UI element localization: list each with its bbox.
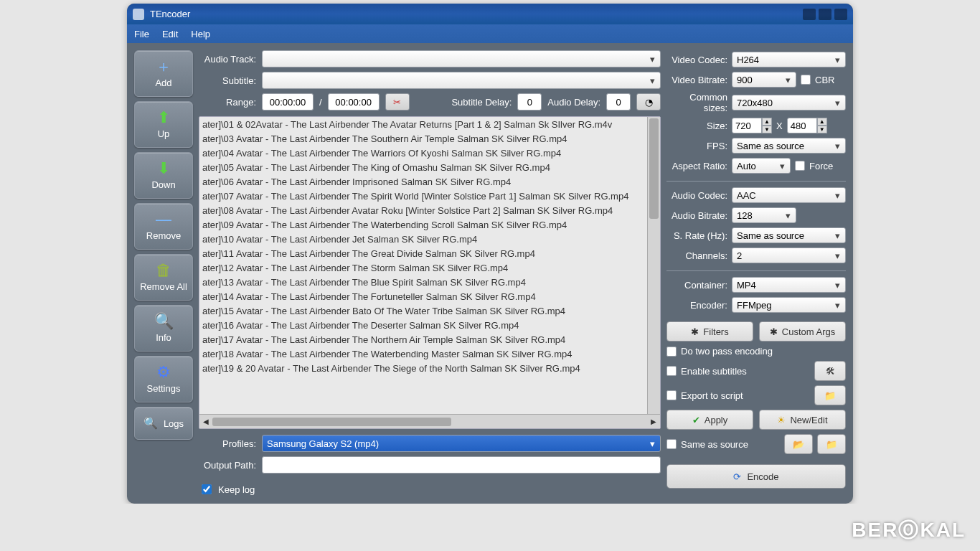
menu-edit[interactable]: Edit [162,29,178,39]
add-button[interactable]: ＋Add [134,50,193,97]
menu-help[interactable]: Help [191,29,210,39]
export-script-checkbox[interactable]: Export to script [666,390,810,401]
common-sizes-dropdown[interactable]: 720x480▾ [732,95,846,110]
new-edit-button[interactable]: ☀New/Edit [759,410,846,430]
preview-button[interactable]: ◔ [636,93,661,110]
audio-codec-dropdown[interactable]: AAC▾ [732,187,846,203]
list-item[interactable]: ater]\11 Avatar - The Last Airbender The… [199,246,646,260]
aspect-ratio-dropdown[interactable]: Auto▾ [732,158,791,174]
list-item[interactable]: ater]\14 Avatar - The Last Airbender The… [199,289,646,303]
cbr-checkbox[interactable]: CBR [801,75,834,85]
list-item[interactable]: ater]\15 Avatar - The Last Airbender Bat… [199,303,646,318]
profiles-dropdown[interactable]: Samsung Galaxy S2 (mp4)▾ [262,435,661,452]
menu-file[interactable]: File [134,29,149,39]
audio-delay-label: Audio Delay: [547,97,600,108]
list-item[interactable]: ater]\08 Avatar - The Last Airbender Ava… [199,203,646,217]
channels-dropdown[interactable]: 2▾ [732,248,846,263]
remove-all-button[interactable]: 🗑Remove All [134,254,193,301]
up-button[interactable]: ⬆Up [134,101,193,148]
log-icon: 🔍 [143,418,158,429]
list-item[interactable]: ater]\06 Avatar - The Last Airbender Imp… [199,174,646,189]
maximize-button[interactable] [819,9,831,20]
tools-button[interactable]: 🛠 [814,361,846,381]
top-rows: Audio Track: ▾ Subtitle: ▾ Range: / ✂ Su… [199,50,661,110]
list-item[interactable]: ater]\04 Avatar - The Last Airbender The… [199,146,646,160]
range-end-input[interactable] [328,93,380,110]
info-button[interactable]: 🔍Info [134,305,193,352]
list-item[interactable]: ater]\09 Avatar - The Last Airbender The… [199,217,646,232]
file-list[interactable]: ater]\01 & 02Avatar - The Last Airbender… [199,116,661,429]
down-button[interactable]: ⬇Down [134,152,193,199]
audio-bitrate-dropdown[interactable]: 128▾ [732,207,796,223]
list-item[interactable]: ater]\01 & 02Avatar - The Last Airbender… [199,117,646,131]
separator [666,181,846,182]
minimize-button[interactable] [803,9,816,20]
video-codec-dropdown[interactable]: H264▾ [732,52,846,67]
output-path-input[interactable] [262,456,661,474]
spin-up-icon[interactable]: ▲ [817,118,827,126]
menubar: File Edit Help [127,24,853,43]
scroll-left-icon[interactable]: ◀ [199,418,212,425]
custom-args-button[interactable]: ✱Custom Args [759,321,846,342]
folder-button[interactable]: 📁 [814,385,846,405]
list-item[interactable]: ater]\10 Avatar - The Last Airbender Jet… [199,232,646,246]
spin-down-icon[interactable]: ▼ [762,126,772,133]
check-icon: ✔ [692,415,700,425]
audio-track-label: Audio Track: [199,54,256,65]
list-item[interactable]: ater]\18 Avatar - The Last Airbender The… [199,347,646,361]
chevron-down-icon: ▾ [644,54,660,65]
remove-button[interactable]: —Remove [134,203,193,250]
container-dropdown[interactable]: MP4▾ [732,277,846,293]
subtitle-delay-label: Subtitle Delay: [451,97,512,108]
filters-button[interactable]: ✱Filters [666,321,753,342]
fps-dropdown[interactable]: Same as source▾ [732,138,846,154]
enable-subtitles-checkbox[interactable]: Enable subtitles [666,366,810,377]
keep-log-checkbox[interactable]: Keep log [199,482,255,496]
video-bitrate-dropdown[interactable]: 900▾ [732,72,796,88]
folder-icon: 📁 [826,439,837,450]
scrollbar-thumb[interactable] [212,418,451,426]
audio-track-dropdown[interactable]: ▾ [262,50,661,67]
subtitle-delay-input[interactable] [517,93,542,110]
close-button[interactable] [834,9,847,20]
sample-rate-dropdown[interactable]: Same as source▾ [732,227,846,243]
list-item[interactable]: ater]\17 Avatar - The Last Airbender The… [199,332,646,347]
logs-button[interactable]: 🔍Logs [134,407,193,440]
titlebar[interactable]: TEncoder [127,4,853,24]
settings-button[interactable]: ⚙Settings [134,356,193,402]
spin-up-icon[interactable]: ▲ [762,118,772,126]
same-as-source-checkbox[interactable]: Same as source [666,439,780,450]
chevron-down-icon: ▾ [829,190,845,201]
force-checkbox[interactable]: Force [795,161,833,171]
content: ＋Add ⬆Up ⬇Down —Remove 🗑Remove All 🔍Info… [127,43,853,504]
app-icon [133,9,144,20]
list-item[interactable]: ater]\05 Avatar - The Last Airbender The… [199,160,646,174]
list-item[interactable]: ater]\12 Avatar - The Last Airbender The… [199,260,646,275]
width-spinner[interactable]: 720▲▼ [732,118,772,133]
list-item[interactable]: ater]\19 & 20 Avatar - The Last Airbende… [199,361,646,375]
list-item[interactable]: ater]\07 Avatar - The Last Airbender The… [199,189,646,203]
list-item[interactable]: ater]\03 Avatar - The Last Airbender The… [199,131,646,146]
list-item[interactable]: ater]\13 Avatar - The Last Airbender The… [199,275,646,289]
horizontal-scrollbar[interactable]: ◀ ▶ [199,414,660,428]
cut-button[interactable]: ✂ [385,93,410,110]
separator [666,270,846,271]
scroll-right-icon[interactable]: ▶ [647,418,660,425]
browse-button[interactable]: 📂 [784,434,813,454]
spin-down-icon[interactable]: ▼ [817,126,827,133]
height-spinner[interactable]: 480▲▼ [787,118,827,133]
scrollbar-thumb[interactable] [649,118,659,219]
two-pass-checkbox[interactable]: Do two pass encoding [666,346,846,357]
audio-delay-input[interactable] [606,93,631,110]
subtitle-dropdown[interactable]: ▾ [262,72,661,89]
range-start-input[interactable] [262,93,314,110]
right-panel: Video Codec:H264▾ Video Bitrate:900▾CBR … [666,50,846,496]
arrow-up-icon: ⬆ [157,110,170,126]
list-item[interactable]: ater]\16 Avatar - The Last Airbender The… [199,318,646,332]
apply-button[interactable]: ✔Apply [666,410,753,430]
folder-icon: 📁 [824,390,836,401]
vertical-scrollbar[interactable] [647,117,660,414]
encode-button[interactable]: ⟳Encode [666,464,846,489]
open-folder-button[interactable]: 📁 [817,434,846,454]
encoder-dropdown[interactable]: FFMpeg▾ [732,297,846,313]
